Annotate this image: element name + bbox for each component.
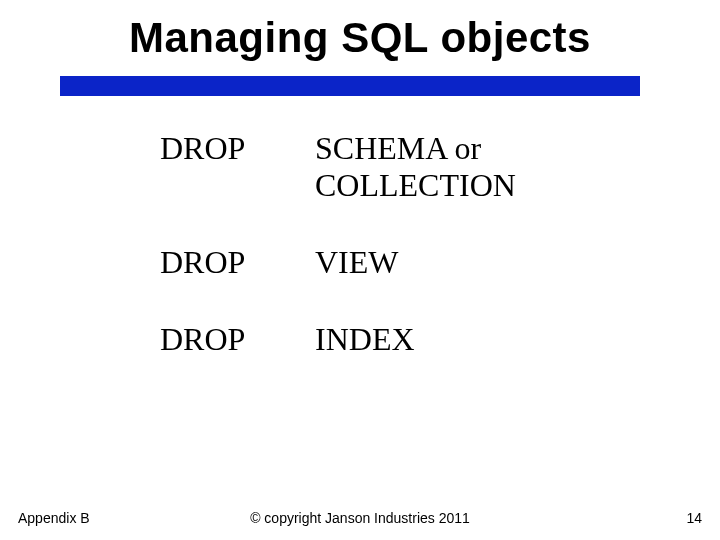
slide-number: 14 [686, 510, 702, 526]
table-row: DROP VIEW [160, 244, 660, 281]
table-row: DROP INDEX [160, 321, 660, 358]
command-cell: DROP [160, 130, 315, 167]
object-cell: SCHEMA or COLLECTION [315, 130, 645, 204]
slide-title: Managing SQL objects [0, 0, 720, 62]
slide: Managing SQL objects DROP SCHEMA or COLL… [0, 0, 720, 540]
content-area: DROP SCHEMA or COLLECTION DROP VIEW DROP… [160, 130, 660, 398]
command-cell: DROP [160, 321, 315, 358]
title-underline-bar [60, 76, 640, 96]
footer-center: © copyright Janson Industries 2011 [0, 510, 720, 526]
table-row: DROP SCHEMA or COLLECTION [160, 130, 660, 204]
command-cell: DROP [160, 244, 315, 281]
object-cell: VIEW [315, 244, 399, 281]
object-cell: INDEX [315, 321, 415, 358]
